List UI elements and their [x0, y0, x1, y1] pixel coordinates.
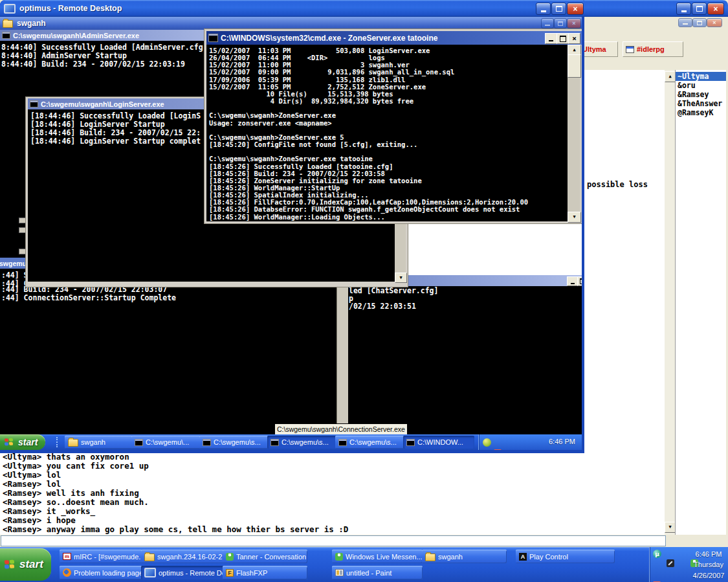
start-button[interactable]: start	[0, 434, 45, 450]
nicklist-item[interactable]: @RamseyK	[676, 108, 726, 117]
taskbar-button-cmd-2[interactable]: C:\swgemu\s...	[199, 436, 270, 449]
remote-desktop-titlebar[interactable]: optimus - Remote Desktop	[0, 0, 584, 17]
taskbar-button-label: Tanner - Conversation	[236, 553, 306, 561]
channel-window-icon	[626, 46, 634, 53]
close-icon: ×	[572, 20, 575, 27]
explorer-content-fragment	[408, 222, 582, 276]
taskbar-button-swganh-archive[interactable]: swganh.234.16-02-2...	[141, 550, 226, 563]
close-button[interactable]: ×	[568, 33, 580, 44]
nicklist-item[interactable]: &Ramsey	[676, 90, 726, 99]
connection-server-titlebar[interactable]: swgemu\s	[0, 258, 28, 269]
nicklist-item[interactable]: &oru	[676, 81, 726, 90]
taskbar-button-label: swganh	[81, 438, 105, 446]
taskbar-button-tanner[interactable]: Tanner - Conversation	[223, 550, 307, 563]
mdi-close-button[interactable]: ×	[707, 18, 722, 27]
mdi-restore-button[interactable]	[692, 18, 707, 27]
minimize-button[interactable]	[536, 3, 551, 15]
minimize-button[interactable]	[545, 33, 557, 44]
explorer-close-button[interactable]: ×	[567, 18, 581, 28]
remote-clock[interactable]: 6:46 PM	[549, 438, 575, 445]
taskbar-button-cmd-4[interactable]: C:\swgemu\s...	[335, 436, 406, 449]
taskbar-button-paint[interactable]: untitled - Paint	[332, 566, 423, 579]
cmd-icon	[338, 439, 347, 446]
explorer-minimize-button[interactable]	[541, 18, 554, 28]
zone-server-scrollbar[interactable]: ▲ ▼	[568, 45, 580, 221]
switchbar-label: Ultyma	[582, 45, 606, 53]
close-button[interactable]: ×	[707, 3, 724, 15]
switchbar-button-idlerpg[interactable]: #idlerpg	[623, 41, 683, 57]
taskbar-button-wlm[interactable]: Windows Live Messen...	[332, 550, 423, 563]
chat-log: <Ultyma> thats an oxymoron <Ultyma> you …	[3, 453, 348, 534]
taskbar-button-label: FlashFXP	[236, 569, 267, 577]
remote-taskbar: start swganh C:\swgemu\... C:\swgemu\s..…	[0, 434, 582, 450]
local-taskbar: start m mIRC - [#swgemude... swganh.234.…	[0, 547, 728, 582]
taskbar-button-label: C:\swgemu\...	[146, 438, 189, 446]
remote-desktop-window: optimus - Remote Desktop × swganh × C:\s…	[0, 0, 584, 453]
nicklist: ~Ultyma &oru &Ramsey &TheAnswer @RamseyK	[675, 70, 726, 535]
restore-button[interactable]	[692, 3, 707, 15]
nicklist-item[interactable]: &TheAnswer	[676, 99, 726, 108]
minimize-icon	[549, 40, 553, 41]
taskbar-button-flashfxp[interactable]: F FlashFXP	[223, 566, 307, 579]
utorrent-icon[interactable]: µ	[653, 550, 661, 558]
scroll-down-button[interactable]: ▼	[568, 212, 581, 223]
chat-input[interactable]	[1, 535, 666, 546]
scroll-down-button[interactable]: ▼	[665, 522, 676, 533]
taskbar-button-cmd-3[interactable]: C:\swgemu\s...	[267, 436, 338, 449]
clock-day: Thursday	[694, 561, 723, 568]
maximize-icon	[560, 36, 566, 42]
mdi-minimize-button[interactable]	[678, 18, 692, 27]
window-border-right	[582, 17, 584, 453]
cmd-icon	[2, 32, 10, 39]
quick-launch-handle[interactable]	[56, 437, 60, 447]
cmd-icon	[208, 34, 218, 42]
taskbar-button-cmd-1[interactable]: C:\swgemu\...	[131, 436, 203, 449]
maximize-button[interactable]	[557, 33, 569, 44]
chat-scrollbar[interactable]: ▲ ▼	[665, 70, 675, 535]
chat-server-titlebar[interactable]	[408, 275, 584, 286]
scroll-up-button[interactable]: ▲	[665, 71, 676, 82]
taskbar-button-mirc[interactable]: m mIRC - [#swgemude...	[60, 550, 144, 563]
explorer-restore-button[interactable]	[554, 18, 567, 28]
scrollbar-thumb[interactable]	[568, 54, 581, 78]
taskbar-button-cmd-windows[interactable]: C:\WINDOW...	[403, 436, 474, 449]
network-ball-icon[interactable]	[483, 438, 491, 447]
taskbar-button-swganh[interactable]: swganh	[65, 436, 135, 449]
scroll-down-button[interactable]: ▼	[395, 273, 407, 283]
remote-system-tray: ! P ▶ Q 6:46 PM	[478, 434, 582, 450]
tray-clock[interactable]: 6:46 PM Thursday 4/26/2007	[690, 547, 727, 582]
window-fragment	[19, 218, 26, 223]
restore-button[interactable]	[551, 3, 566, 15]
flashfxp-icon: F	[226, 569, 234, 577]
explorer-titlebar[interactable]: swganh	[0, 17, 582, 30]
taskbar-button-firefox[interactable]: Problem loading page...	[60, 566, 144, 579]
folder-icon	[425, 554, 436, 561]
taskbar-tooltip: C:\swgemu\swganh\ConnectionServer.exe	[274, 423, 408, 435]
taskbar-button-swganh-folder[interactable]: swganh	[422, 550, 507, 563]
play-control-icon: A	[519, 553, 527, 561]
taskbar-button-remote-desktop[interactable]: optimus - Remote De...	[141, 566, 226, 579]
start-button[interactable]: start	[0, 548, 51, 581]
nicklist-item[interactable]: ~Ultyma	[676, 72, 726, 81]
switchbar-label: #idlerpg	[637, 45, 665, 53]
folder-icon	[144, 554, 155, 561]
connection-server-title-fragment: swgemu\s	[0, 260, 28, 267]
taskbar-button-play-control[interactable]: A Play Control	[516, 550, 615, 563]
zone-server-title: C:\WINDOWS\system32\cmd.exe - ZoneServer…	[221, 34, 437, 43]
taskbar-button-label: C:\WINDOW...	[417, 438, 463, 446]
tool-icon[interactable]	[667, 559, 674, 567]
admin-server-titlebar[interactable]: C:\swgemu\swganh\AdminServer.exe	[0, 30, 210, 41]
clock-date: 4/26/2007	[693, 572, 725, 579]
console-output: 8:44:40] Successfully Loaded [AdminServe…	[1, 43, 203, 69]
messenger-person-icon	[226, 553, 234, 561]
arrow-down-icon: ▼	[668, 525, 671, 530]
close-button[interactable]: ×	[567, 3, 584, 15]
zone-server-titlebar[interactable]: C:\WINDOWS\system32\cmd.exe - ZoneServer…	[206, 31, 582, 45]
minimize-button[interactable]	[676, 3, 691, 15]
desktop: × × Ultyma #idlerpg possible loss <Ultym…	[0, 0, 728, 582]
clock-time: 6:46 PM	[696, 550, 722, 558]
taskbar-button-label: C:\swgemu\s...	[281, 438, 329, 446]
minimize-button[interactable]	[567, 276, 578, 286]
connection-server-scrollbar[interactable]	[336, 287, 348, 426]
connection-server-output: :44] Build: 234 - 2007/02/15 22:03:07 :4…	[1, 285, 176, 302]
